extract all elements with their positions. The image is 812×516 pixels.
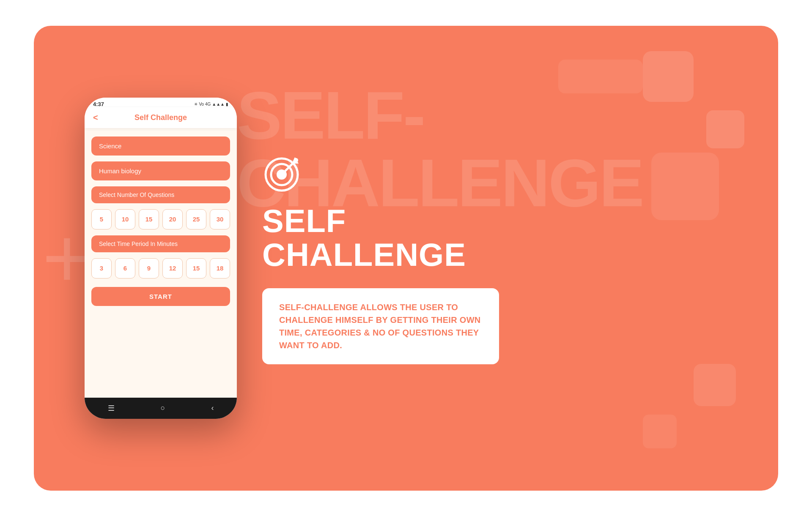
right-content-panel: SELF CHALLENGE SELF-CHALLENGE ALLOWS THE…	[237, 152, 778, 365]
back-button[interactable]: <	[93, 113, 98, 123]
bg-shape-2	[706, 110, 744, 148]
category-pill[interactable]: Science	[91, 137, 230, 156]
bg-shape-1	[643, 51, 694, 102]
nav-back-icon[interactable]: ‹	[211, 404, 214, 412]
target-icon	[262, 152, 304, 194]
page-wrapper: SELF- CHALLENGE + 4:37 ✳ Vo 4G ▲▲▲ ▮ < S…	[34, 26, 778, 491]
nav-menu-icon[interactable]: ☰	[108, 404, 115, 413]
phone-bottom-bar: ☰ ○ ‹	[85, 398, 237, 419]
phone-container: 4:37 ✳ Vo 4G ▲▲▲ ▮ < Self Challenge Scie…	[85, 98, 237, 419]
phone-header: < Self Challenge	[85, 107, 237, 128]
phone-body: Science Human biology Select Number Of Q…	[85, 128, 237, 398]
self-challenge-title: SELF CHALLENGE	[262, 204, 466, 272]
signal-text: Vo 4G	[199, 102, 211, 106]
time-option-6[interactable]: 6	[115, 258, 135, 278]
question-option-30[interactable]: 30	[210, 209, 230, 229]
battery-icon: ▮	[226, 102, 228, 106]
question-option-20[interactable]: 20	[162, 209, 183, 229]
start-button[interactable]: START	[91, 287, 230, 306]
bg-shape-6	[643, 415, 677, 448]
questions-section-label: Select Number Of Questions	[91, 186, 230, 203]
bg-shape-4	[558, 60, 643, 93]
time-option-9[interactable]: 9	[139, 258, 159, 278]
question-option-5[interactable]: 5	[91, 209, 112, 229]
title-line2: CHALLENGE	[262, 238, 466, 272]
subcategory-pill[interactable]: Human biology	[91, 161, 230, 180]
phone-time: 4:37	[93, 101, 104, 107]
bg-word-self: SELF-	[237, 76, 424, 154]
bg-shape-5	[694, 364, 736, 406]
time-option-15[interactable]: 15	[186, 258, 206, 278]
question-option-25[interactable]: 25	[186, 209, 206, 229]
time-option-12[interactable]: 12	[162, 258, 183, 278]
time-option-18[interactable]: 18	[210, 258, 230, 278]
question-option-10[interactable]: 10	[115, 209, 135, 229]
nav-home-icon[interactable]: ○	[161, 404, 165, 412]
svg-point-6	[294, 158, 298, 162]
questions-options-grid: 5 10 15 20 25 30	[91, 209, 230, 229]
phone-status-icons: ✳ Vo 4G ▲▲▲ ▮	[194, 102, 228, 106]
target-icon-container	[262, 152, 304, 196]
phone-mockup: 4:37 ✳ Vo 4G ▲▲▲ ▮ < Self Challenge Scie…	[85, 98, 237, 419]
question-option-15[interactable]: 15	[139, 209, 159, 229]
time-section-label: Select Time Period In Minutes	[91, 235, 230, 252]
title-line1: SELF	[262, 204, 466, 238]
phone-status-bar: 4:37 ✳ Vo 4G ▲▲▲ ▮	[85, 98, 237, 107]
time-options-grid: 3 6 9 12 15 18	[91, 258, 230, 278]
description-text: SELF-CHALLENGE ALLOWS THE USER TO CHALLE…	[262, 288, 499, 364]
bluetooth-icon: ✳	[194, 102, 198, 106]
signal-bars-icon: ▲▲▲	[212, 102, 225, 106]
screen-title: Self Challenge	[134, 113, 187, 122]
time-option-3[interactable]: 3	[91, 258, 112, 278]
